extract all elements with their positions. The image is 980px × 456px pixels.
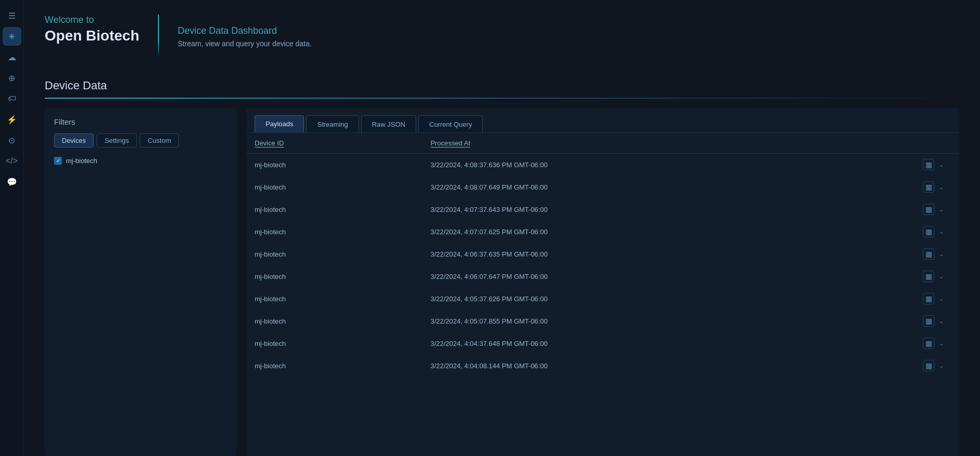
expand-row-button[interactable]: ⌄ [936,249,946,259]
filters-title: Filters [54,117,228,126]
dashboard-description: Stream, view and query your device data. [178,39,312,48]
cell-actions: ▦⌄ [915,221,959,243]
cell-processed-at: 3/22/2024, 4:04:37.648 PM GMT-06:00 [422,332,915,355]
table-row: mj-biotech3/22/2024, 4:06:07.647 PM GMT-… [246,265,959,288]
copy-row-button[interactable]: ▦ [923,248,934,260]
header-left: Welcome to Open Biotech [45,15,158,58]
expand-row-button[interactable]: ⌄ [936,182,946,192]
cell-processed-at: 3/22/2024, 4:06:37.635 PM GMT-06:00 [422,243,915,265]
col-actions [915,133,959,154]
comment-icon[interactable]: 💬 [3,172,21,191]
expand-row-button[interactable]: ⌄ [936,294,946,303]
page-section: Device Data Filters Devices Settings Cus… [24,73,980,456]
cell-device-id: mj-biotech [246,198,422,221]
device-label-mj-biotech: mj-biotech [66,157,97,165]
copy-row-button[interactable]: ▦ [923,315,934,327]
page-title-row: Device Data [45,73,959,98]
copy-row-button[interactable]: ▦ [923,181,934,193]
table-row: mj-biotech3/22/2024, 4:07:07.625 PM GMT-… [246,221,959,243]
table-row: mj-biotech3/22/2024, 4:06:37.635 PM GMT-… [246,243,959,265]
expand-row-button[interactable]: ⌄ [936,361,946,370]
cell-actions: ▦⌄ [915,198,959,221]
cell-processed-at: 3/22/2024, 4:05:07.855 PM GMT-06:00 [422,310,915,332]
app-name: Open Biotech [45,28,139,44]
tag-icon[interactable]: 🏷 [3,89,21,108]
welcome-text: Welcome to [45,15,139,25]
table-row: mj-biotech3/22/2024, 4:05:37.626 PM GMT-… [246,288,959,310]
cell-actions: ▦⌄ [915,154,959,176]
main-content: Welcome to Open Biotech Device Data Dash… [24,0,980,456]
content-area: Filters Devices Settings Custom mj-biote… [45,108,959,456]
table-row: mj-biotech3/22/2024, 4:04:37.648 PM GMT-… [246,332,959,355]
table-body: mj-biotech3/22/2024, 4:08:37.636 PM GMT-… [246,154,959,377]
device-checkbox-mj-biotech[interactable] [54,157,62,165]
menu-icon[interactable]: ☰ [3,6,21,25]
tab-current-query[interactable]: Current Query [418,115,483,132]
cell-actions: ▦⌄ [915,310,959,332]
code-icon[interactable]: </> [3,152,21,170]
cell-actions: ▦⌄ [915,265,959,288]
header-right: Device Data Dashboard Stream, view and q… [178,15,312,58]
expand-row-button[interactable]: ⌄ [936,205,946,214]
table-row: mj-biotech3/22/2024, 4:08:07.649 PM GMT-… [246,176,959,198]
filter-tab-custom[interactable]: Custom [140,133,179,147]
copy-row-button[interactable]: ▦ [923,204,934,215]
data-icon[interactable]: ⊙ [3,131,21,150]
page-title: Device Data [45,73,107,98]
cell-actions: ▦⌄ [915,176,959,198]
cell-device-id: mj-biotech [246,355,422,377]
filter-tab-devices[interactable]: Devices [54,133,94,147]
expand-row-button[interactable]: ⌄ [936,160,946,169]
copy-row-button[interactable]: ▦ [923,360,934,371]
cell-processed-at: 3/22/2024, 4:08:37.636 PM GMT-06:00 [422,154,915,176]
bolt-icon[interactable]: ⚡ [3,110,21,129]
table-row: mj-biotech3/22/2024, 4:07:37.643 PM GMT-… [246,198,959,221]
cell-device-id: mj-biotech [246,310,422,332]
cell-device-id: mj-biotech [246,288,422,310]
expand-row-button[interactable]: ⌄ [936,316,946,326]
expand-row-button[interactable]: ⌄ [936,339,946,348]
table-header-row: Device ID Processed At [246,133,959,154]
filters-tabs: Devices Settings Custom [54,133,228,147]
expand-row-button[interactable]: ⌄ [936,227,946,236]
table-row: mj-biotech3/22/2024, 4:08:37.636 PM GMT-… [246,154,959,176]
tabs-row: Payloads Streaming Raw JSON Current Quer… [246,108,959,133]
cell-processed-at: 3/22/2024, 4:07:37.643 PM GMT-06:00 [422,198,915,221]
copy-row-button[interactable]: ▦ [923,226,934,237]
target-icon[interactable]: ⊕ [3,69,21,87]
filter-tab-settings[interactable]: Settings [97,133,137,147]
data-table: Device ID Processed At mj-biotech3/22/20… [246,133,959,377]
cell-actions: ▦⌄ [915,355,959,377]
header: Welcome to Open Biotech Device Data Dash… [24,0,980,73]
copy-row-button[interactable]: ▦ [923,271,934,282]
tab-payloads[interactable]: Payloads [255,115,304,132]
cell-processed-at: 3/22/2024, 4:05:37.626 PM GMT-06:00 [422,288,915,310]
table-row: mj-biotech3/22/2024, 4:05:07.855 PM GMT-… [246,310,959,332]
table-container[interactable]: Device ID Processed At mj-biotech3/22/20… [246,133,959,456]
cell-device-id: mj-biotech [246,265,422,288]
device-item-mj-biotech: mj-biotech [54,155,228,167]
cell-processed-at: 3/22/2024, 4:04:08.144 PM GMT-06:00 [422,355,915,377]
tab-raw-json[interactable]: Raw JSON [361,115,416,132]
expand-row-button[interactable]: ⌄ [936,272,946,281]
copy-row-button[interactable]: ▦ [923,293,934,304]
sidebar: ☰ ✳ ☁ ⊕ 🏷 ⚡ ⊙ </> 💬 [0,0,24,456]
copy-row-button[interactable]: ▦ [923,338,934,349]
col-processed-at: Processed At [422,133,915,154]
cell-device-id: mj-biotech [246,176,422,198]
cell-processed-at: 3/22/2024, 4:07:07.625 PM GMT-06:00 [422,221,915,243]
cell-device-id: mj-biotech [246,154,422,176]
cell-actions: ▦⌄ [915,332,959,355]
col-device-id: Device ID [246,133,422,154]
tab-streaming[interactable]: Streaming [306,115,359,132]
filters-panel: Filters Devices Settings Custom mj-biote… [45,108,237,456]
cloud-icon[interactable]: ☁ [3,48,21,66]
data-panel: Payloads Streaming Raw JSON Current Quer… [246,108,959,456]
copy-row-button[interactable]: ▦ [923,159,934,170]
cell-actions: ▦⌄ [915,288,959,310]
cell-processed-at: 3/22/2024, 4:06:07.647 PM GMT-06:00 [422,265,915,288]
header-divider [158,15,159,58]
dashboard-subtitle: Device Data Dashboard [178,25,312,36]
cell-processed-at: 3/22/2024, 4:08:07.649 PM GMT-06:00 [422,176,915,198]
snowflake-icon[interactable]: ✳ [3,27,21,46]
